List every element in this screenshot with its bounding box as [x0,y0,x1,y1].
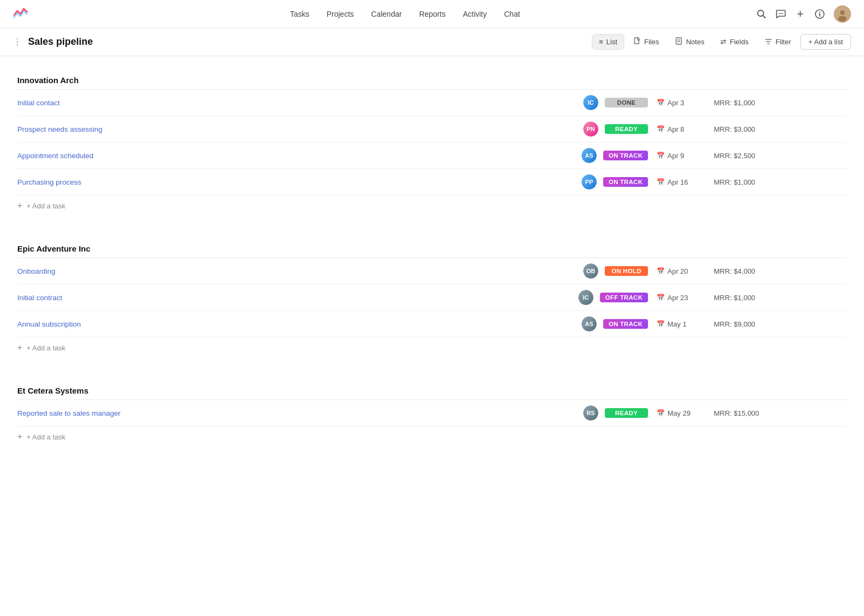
avatar: AS [582,148,597,163]
svg-rect-12 [676,38,681,44]
svg-point-3 [780,13,781,14]
nav-reports[interactable]: Reports [419,8,446,21]
avatar: PP [582,174,597,189]
add-list-button[interactable]: + Add a list [800,34,851,50]
list-view-button[interactable]: ≡ List [592,34,624,50]
comment-icon[interactable] [775,9,786,19]
nav-actions: + [756,5,851,23]
fields-icon: ⇄ [720,38,726,46]
task-date: 📅 Apr 23 [657,294,705,302]
svg-point-7 [819,11,820,12]
files-icon [633,37,641,46]
task-name: Reported sale to sales manager [17,409,583,417]
table-row[interactable]: Onboarding OB ON HOLD 📅 Apr 20 MRR: $4,0… [17,258,847,285]
table-row[interactable]: Annual subscription AS ON TRACK 📅 May 1 … [17,311,847,337]
main-content: Innovation Arch Initial contact IC DONE … [0,56,864,616]
menu-dots-icon[interactable]: ⋮ [13,37,22,47]
avatar: OB [583,263,598,279]
search-icon[interactable] [756,9,767,19]
status-badge: READY [605,124,648,134]
calendar-icon: 📅 [657,294,665,301]
avatar: IC [583,95,598,110]
task-name: Initial contact [17,99,583,107]
nav-calendar[interactable]: Calendar [371,8,402,21]
notes-icon [675,37,683,46]
nav-tasks[interactable]: Tasks [290,8,309,21]
app-logo[interactable] [13,5,28,22]
section-epic-adventure: Epic Adventure Inc Onboarding OB ON HOLD… [17,238,847,358]
table-row[interactable]: Initial contract IC OFF TRACK 📅 Apr 23 M… [17,285,847,311]
svg-point-4 [782,13,783,14]
task-date: 📅 Apr 3 [657,99,705,107]
list-icon: ≡ [599,38,603,46]
task-date: 📅 Apr 9 [657,152,705,160]
fields-button[interactable]: ⇄ Fields [713,34,755,50]
notes-button[interactable]: Notes [668,33,711,50]
task-name: Initial contract [17,294,578,302]
task-name: Appointment scheduled [17,152,582,160]
task-mrr: MRR: $1,000 [714,99,773,107]
nav-links: Tasks Projects Calendar Reports Activity… [54,8,756,21]
task-mrr: MRR: $1,000 [714,294,773,302]
task-mrr: MRR: $15,000 [714,409,773,417]
subheader: ⋮ Sales pipeline ≡ List Files [0,28,864,56]
nav-activity[interactable]: Activity [463,8,487,21]
filter-icon [765,37,772,46]
task-mrr: MRR: $3,000 [714,125,773,133]
calendar-icon: 📅 [657,152,665,159]
user-avatar[interactable] [834,5,851,23]
status-badge: DONE [605,98,648,107]
task-mrr: MRR: $9,000 [714,320,773,328]
task-name: Onboarding [17,267,583,275]
section-title-epic-adventure: Epic Adventure Inc [17,238,847,258]
status-badge: ON TRACK [603,151,648,160]
nav-chat[interactable]: Chat [504,8,521,21]
nav-projects[interactable]: Projects [327,8,354,21]
subheader-actions: ≡ List Files Notes [592,33,851,50]
task-mrr: MRR: $4,000 [714,267,773,275]
avatar: RS [583,405,598,421]
section-innovation-arch: Innovation Arch Initial contact IC DONE … [17,69,847,216]
calendar-icon: 📅 [657,267,665,275]
add-task-button[interactable]: + + Add a task [17,337,847,358]
task-date: 📅 Apr 8 [657,125,705,133]
files-button[interactable]: Files [626,33,666,50]
svg-line-1 [763,15,766,18]
svg-point-9 [840,10,845,15]
task-name: Annual subscription [17,320,582,328]
task-mrr: MRR: $1,000 [714,178,773,186]
status-badge: ON TRACK [603,177,648,187]
task-date: 📅 May 1 [657,320,705,328]
add-icon[interactable]: + [795,9,806,19]
table-row[interactable]: Purchasing process PP ON TRACK 📅 Apr 16 … [17,169,847,195]
filter-button[interactable]: Filter [758,33,798,50]
section-title-innovation-arch: Innovation Arch [17,69,847,90]
task-date: 📅 Apr 16 [657,178,705,186]
svg-point-2 [779,13,780,14]
section-title-et-cetera: Et Cetera Systems [17,380,847,400]
avatar: IC [578,290,593,305]
calendar-icon: 📅 [657,320,665,328]
avatar: AS [582,316,597,331]
page-title: Sales pipeline [28,36,592,48]
top-navigation: Tasks Projects Calendar Reports Activity… [0,0,864,28]
status-badge: READY [605,408,648,418]
add-icon: + [17,343,22,353]
table-row[interactable]: Reported sale to sales manager RS READY … [17,400,847,427]
task-date: 📅 Apr 20 [657,267,705,275]
status-badge: OFF TRACK [600,293,648,302]
task-mrr: MRR: $2,500 [714,152,773,160]
add-task-button[interactable]: + + Add a task [17,195,847,216]
section-et-cetera: Et Cetera Systems Reported sale to sales… [17,380,847,447]
table-row[interactable]: Appointment scheduled AS ON TRACK 📅 Apr … [17,143,847,169]
table-row[interactable]: Prospect needs assessing PN READY 📅 Apr … [17,116,847,143]
calendar-icon: 📅 [657,178,665,186]
add-task-button[interactable]: + + Add a task [17,427,847,447]
task-name: Prospect needs assessing [17,125,583,133]
calendar-icon: 📅 [657,99,665,106]
table-row[interactable]: Initial contact IC DONE 📅 Apr 3 MRR: $1,… [17,90,847,116]
add-icon: + [17,432,22,442]
status-badge: ON TRACK [603,319,648,329]
info-icon[interactable] [814,9,825,19]
svg-point-10 [838,16,847,22]
